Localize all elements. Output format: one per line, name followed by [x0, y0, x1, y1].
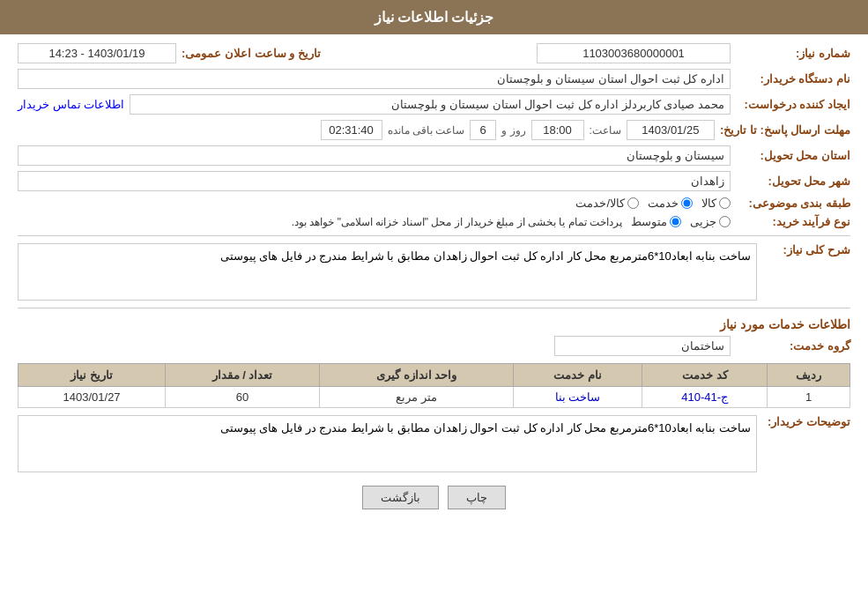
buyer-desc-wrap [18, 415, 757, 472]
radio-kala-khadamat[interactable] [627, 197, 639, 209]
radio-kala[interactable] [719, 197, 731, 209]
process-motavasset: متوسط [631, 215, 681, 228]
buyer-org-row: نام دستگاه خریدار: اداره کل ثبت احوال اس… [18, 69, 850, 89]
service-group-value: ساختمان [554, 336, 731, 356]
description-label: شرح کلی نیاز: [762, 243, 850, 256]
services-section-title: اطلاعات خدمات مورد نیاز [18, 317, 850, 331]
category-row: طبقه بندی موضوعی: کالا خدمت کالا/خدمت [18, 197, 850, 210]
category-kala: کالا [701, 197, 731, 210]
service-group-row: گروه خدمت: ساختمان [18, 336, 850, 356]
radio-khadamat-label: خدمت [648, 197, 679, 210]
cell-unit: متر مربع [319, 387, 513, 408]
requester-row: ایجاد کننده درخواست: محمد صیادی کاربردلز… [18, 94, 850, 115]
deadline-row: مهلت ارسال پاسخ: تا تاریخ: 1403/01/25 سا… [18, 120, 850, 140]
cell-service-code: ج-41-410 [642, 387, 768, 408]
cell-service-name: ساخت بنا [514, 387, 642, 408]
deadline-day-label: روز و [501, 124, 525, 137]
col-quantity: تعداد / مقدار [166, 364, 320, 387]
radio-kala-khadamat-label: کالا/خدمت [575, 197, 625, 210]
col-unit: واحد اندازه گیری [319, 364, 513, 387]
buyer-desc-row: توضیحات خریدار: [18, 415, 850, 472]
description-textarea [18, 243, 757, 301]
description-row: شرح کلی نیاز: [18, 243, 850, 301]
category-khadamat: خدمت [648, 197, 693, 210]
services-table: ردیف کد خدمت نام خدمت واحد اندازه گیری ت… [18, 363, 850, 408]
province-row: استان محل تحویل: سیستان و بلوچستان [18, 145, 850, 166]
service-group-label: گروه خدمت: [736, 339, 850, 353]
buyer-org-label: نام دستگاه خریدار: [736, 72, 850, 85]
city-row: شهر محل تحویل: زاهدان [18, 171, 850, 191]
deadline-time: 18:00 [531, 120, 584, 140]
col-rownum: ردیف [768, 364, 850, 387]
need-number-value: 1103003680000001 [537, 43, 731, 63]
radio-motavasset[interactable] [670, 216, 681, 227]
radio-khadamat[interactable] [681, 197, 693, 209]
category-label: طبقه بندی موضوعی: [736, 197, 850, 210]
buyer-org-value: اداره کل ثبت احوال استان سیستان و بلوچست… [18, 69, 731, 89]
deadline-time-label: ساعت: [590, 124, 621, 137]
col-date: تاریخ نیاز [19, 364, 166, 387]
divider-1 [18, 235, 850, 236]
deadline-remaining-label: ساعت باقی مانده [388, 124, 465, 137]
category-options: کالا خدمت کالا/خدمت [18, 197, 731, 210]
button-row: چاپ بازگشت [18, 486, 850, 509]
deadline-remaining: 02:31:40 [321, 120, 382, 140]
announce-date-value: 1403/01/19 - 14:23 [18, 43, 176, 63]
radio-kala-label: کالا [701, 197, 716, 210]
table-row: 1 ج-41-410 ساخت بنا متر مربع 60 1403/01/… [19, 387, 850, 408]
need-number-row: شماره نیاز: 1103003680000001 تاریخ و ساع… [18, 43, 850, 63]
radio-jozei-label: جزیی [690, 215, 716, 228]
print-button[interactable]: چاپ [448, 486, 506, 509]
divider-2 [18, 308, 850, 308]
page-header: جزئیات اطلاعات نیاز [0, 0, 868, 34]
contact-link[interactable]: اطلاعات تماس خریدار [18, 98, 124, 111]
city-label: شهر محل تحویل: [736, 175, 850, 188]
province-value: سیستان و بلوچستان [18, 145, 731, 166]
buyer-desc-label: توضیحات خریدار: [762, 415, 850, 428]
description-wrap [18, 243, 757, 301]
deadline-date: 1403/01/25 [627, 120, 715, 140]
province-label: استان محل تحویل: [736, 149, 850, 162]
process-note: پرداخت تمام یا بخشی از مبلغ خریدار از مح… [292, 216, 622, 228]
cell-date: 1403/01/27 [19, 387, 166, 408]
table-header-row: ردیف کد خدمت نام خدمت واحد اندازه گیری ت… [19, 364, 850, 387]
cell-quantity: 60 [166, 387, 320, 408]
col-service-code: کد خدمت [642, 364, 768, 387]
requester-label: ایجاد کننده درخواست: [736, 98, 850, 111]
process-jozei: جزیی [690, 215, 731, 228]
col-service-name: نام خدمت [514, 364, 642, 387]
requester-value: محمد صیادی کاربردلز اداره کل ثبت احوال ا… [130, 94, 731, 115]
page-title: جزئیات اطلاعات نیاز [375, 10, 494, 25]
back-button[interactable]: بازگشت [362, 486, 439, 509]
process-row: نوع فرآیند خرید: جزیی متوسط پرداخت تمام … [18, 215, 850, 228]
need-number-label: شماره نیاز: [736, 47, 850, 60]
radio-jozei[interactable] [719, 216, 731, 227]
category-kala-khadamat: کالا/خدمت [575, 197, 639, 210]
deadline-days: 6 [470, 120, 496, 140]
process-label: نوع فرآیند خرید: [736, 215, 850, 228]
city-value: زاهدان [18, 171, 731, 191]
deadline-label: مهلت ارسال پاسخ: تا تاریخ: [720, 123, 850, 137]
process-options: جزیی متوسط پرداخت تمام یا بخشی از مبلغ خ… [18, 215, 731, 228]
buyer-desc-textarea [18, 415, 757, 472]
cell-rownum: 1 [768, 387, 850, 408]
radio-motavasset-label: متوسط [631, 215, 667, 228]
announce-date-label: تاریخ و ساعت اعلان عمومی: [182, 47, 321, 60]
